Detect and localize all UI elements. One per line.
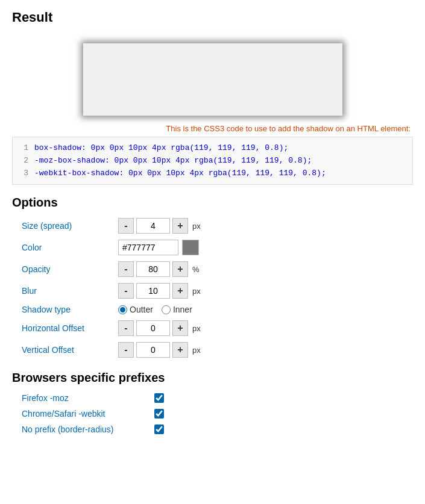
blur-unit: px: [192, 287, 201, 296]
h-offset-plus-button[interactable]: +: [172, 320, 188, 336]
firefox-label: Firefox -moz: [22, 393, 154, 403]
outter-radio-label: Outter: [130, 305, 153, 314]
v-offset-label: Vertical Offset: [22, 345, 118, 355]
v-offset-minus-button[interactable]: -: [118, 342, 134, 358]
line-num-1: 1: [19, 142, 28, 155]
size-input[interactable]: [136, 218, 170, 234]
inner-radio-input[interactable]: [162, 305, 171, 314]
chrome-checkbox[interactable]: [154, 409, 164, 418]
blur-minus-button[interactable]: -: [118, 283, 134, 299]
noprefix-checkbox[interactable]: [154, 425, 164, 434]
browser-row-chrome: Chrome/Safari -webkit: [12, 409, 413, 418]
blur-input[interactable]: [136, 283, 170, 299]
options-heading: Options: [12, 196, 413, 210]
browsers-section: Browsers specific prefixes Firefox -moz …: [12, 371, 413, 434]
v-offset-plus-button[interactable]: +: [172, 342, 188, 358]
css3-label: This is the CSS3 code to use to add the …: [12, 124, 413, 133]
v-offset-input[interactable]: [136, 342, 170, 358]
blur-row: Blur - + px: [12, 283, 413, 299]
opacity-label: Opacity: [22, 264, 118, 274]
firefox-checkbox[interactable]: [154, 393, 164, 403]
options-section: Options Size (spread) - + px Color Opaci…: [12, 196, 413, 358]
h-offset-row: Horizontal Offset - + px: [12, 320, 413, 336]
color-label: Color: [22, 243, 118, 252]
inner-radio-option[interactable]: Inner: [162, 305, 192, 314]
line-num-3: 3: [19, 167, 28, 180]
h-offset-control: - + px: [118, 320, 201, 336]
h-offset-input[interactable]: [136, 320, 170, 336]
browser-row-noprefix: No prefix (border-radius): [12, 425, 413, 434]
shadow-preview-box: [83, 43, 342, 116]
code-text-3: -webkit-box-shadow: 0px 0px 10px 4px rgb…: [34, 167, 326, 180]
browser-row-firefox: Firefox -moz: [12, 393, 413, 403]
v-offset-unit: px: [192, 346, 201, 355]
code-line-2: 2 -moz-box-shadow: 0px 0px 10px 4px rgba…: [19, 155, 406, 167]
opacity-plus-button[interactable]: +: [172, 261, 188, 277]
code-text-1: box-shadow: 0px 0px 10px 4px rgba(119, 1…: [34, 142, 288, 155]
noprefix-label: No prefix (border-radius): [22, 425, 154, 434]
shadow-type-control: Outter Inner: [118, 305, 192, 314]
v-offset-row: Vertical Offset - + px: [12, 342, 413, 358]
shadow-preview-container: [12, 33, 413, 124]
h-offset-unit: px: [192, 324, 201, 333]
blur-plus-button[interactable]: +: [172, 283, 188, 299]
opacity-minus-button[interactable]: -: [118, 261, 134, 277]
code-text-2: -moz-box-shadow: 0px 0px 10px 4px rgba(1…: [34, 155, 312, 167]
result-section: Result This is the CSS3 code to use to a…: [12, 10, 413, 185]
browsers-heading: Browsers specific prefixes: [12, 371, 413, 385]
chrome-label: Chrome/Safari -webkit: [22, 409, 154, 418]
result-heading: Result: [12, 10, 413, 25]
size-unit: px: [192, 222, 201, 231]
outter-radio-input[interactable]: [118, 305, 127, 314]
opacity-input[interactable]: [136, 261, 170, 277]
v-offset-control: - + px: [118, 342, 201, 358]
shadow-type-label: Shadow type: [22, 305, 118, 314]
size-label: Size (spread): [22, 221, 118, 231]
size-row: Size (spread) - + px: [12, 218, 413, 234]
opacity-control: - + %: [118, 261, 200, 277]
color-row: Color: [12, 240, 413, 255]
size-control: - + px: [118, 218, 201, 234]
color-control: [118, 240, 199, 255]
h-offset-label: Horizontal Offset: [22, 323, 118, 333]
code-line-3: 3 -webkit-box-shadow: 0px 0px 10px 4px r…: [19, 167, 406, 180]
inner-radio-label: Inner: [173, 305, 192, 314]
color-swatch[interactable]: [182, 240, 199, 255]
blur-control: - + px: [118, 283, 201, 299]
opacity-row: Opacity - + %: [12, 261, 413, 277]
color-text-input[interactable]: [118, 240, 178, 255]
blur-label: Blur: [22, 286, 118, 296]
size-minus-button[interactable]: -: [118, 218, 134, 234]
line-num-2: 2: [19, 155, 28, 167]
shadow-type-row: Shadow type Outter Inner: [12, 305, 413, 314]
opacity-unit: %: [192, 265, 200, 274]
size-plus-button[interactable]: +: [172, 218, 188, 234]
code-block: 1 box-shadow: 0px 0px 10px 4px rgba(119,…: [12, 137, 413, 185]
h-offset-minus-button[interactable]: -: [118, 320, 134, 336]
outter-radio-option[interactable]: Outter: [118, 305, 153, 314]
code-line-1: 1 box-shadow: 0px 0px 10px 4px rgba(119,…: [19, 142, 406, 155]
